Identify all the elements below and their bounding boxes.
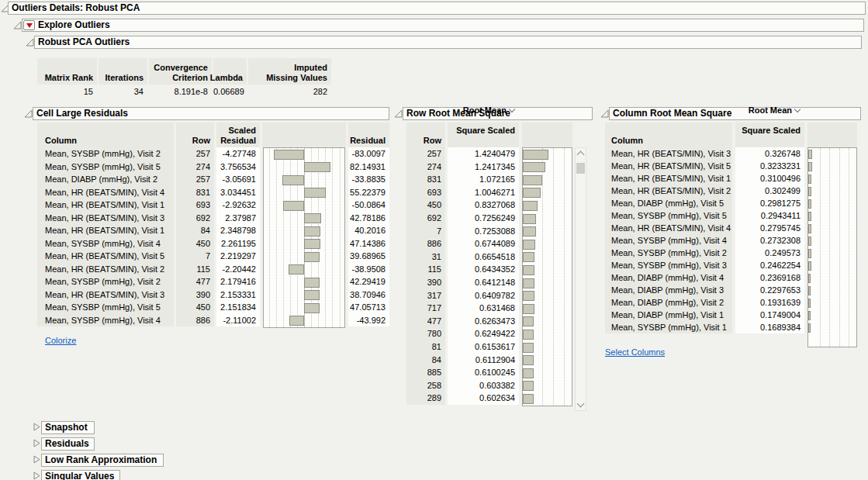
cell-column-name: Mean, SYSBP (mmHg), Visit 5 [37, 301, 174, 314]
cell-row-number: 477 [176, 275, 214, 288]
value-bar [289, 316, 304, 326]
disclosure-closed-icon[interactable] [33, 455, 41, 464]
cell-row-number: 692 [176, 212, 214, 225]
table-row[interactable]: 8860.6744089 [406, 237, 519, 250]
table-row[interactable]: 3900.6412148 [406, 276, 519, 289]
table-row[interactable]: 7170.631468 [406, 302, 519, 315]
scaled-residual-bar-chart [263, 147, 345, 328]
value-bar [523, 188, 541, 198]
cell-residual: -50.0864 [348, 199, 389, 212]
table-row[interactable]: Mean, DIABP (mmHg), Visit 50.2981275 [605, 197, 804, 209]
outline-header-outliers-details[interactable]: Outliers Details: Robust PCA [8, 2, 866, 15]
table-row[interactable]: 6931.0046271 [406, 186, 519, 199]
table-row[interactable]: 8850.6100245 [406, 366, 519, 379]
outline-header-explore-outliers[interactable]: Explore Outliers [22, 19, 864, 32]
table-row[interactable]: 840.6112904 [406, 354, 519, 367]
value-bar [523, 278, 534, 288]
table-row[interactable]: Mean, SYSBP (mmHg), Visit 50.2943411 [605, 209, 804, 222]
cell-rms-value: 0.6263473 [448, 315, 519, 328]
scroll-down-button[interactable] [576, 399, 586, 410]
table-row[interactable]: Mean, DIABP (mmHg), Visit 10.1749004 [605, 309, 804, 321]
value-bar [304, 252, 320, 262]
chart-gridline [340, 148, 341, 327]
cell-rms-value: 0.6153617 [448, 340, 519, 354]
table-row[interactable]: 310.6654518 [406, 250, 519, 264]
red-triangle-menu-button[interactable] [23, 20, 35, 30]
outline-title: Robust PCA Outliers [38, 36, 130, 48]
value-bar [304, 188, 326, 198]
outline-header-residuals[interactable]: Residuals [41, 437, 95, 451]
table-row[interactable]: 6920.7256249 [406, 212, 519, 225]
table-row[interactable]: 810.6153617 [406, 340, 519, 354]
disclosure-closed-icon[interactable] [33, 423, 41, 431]
table-row[interactable]: 4770.6263473 [406, 315, 519, 328]
sort-descending-icon[interactable] [509, 106, 515, 112]
table-row[interactable]: Mean, DIABP (mmHg), Visit 20.1931639 [605, 296, 804, 309]
value-bar [808, 299, 811, 308]
cell-residual: 55.22379 [348, 186, 389, 199]
scrollbar-thumb[interactable] [576, 163, 585, 174]
cell-scaled-residual: -2.20442 [216, 263, 260, 276]
cell-rms-value: 0.6434352 [448, 263, 519, 276]
table-row[interactable]: Mean, HR (BEATS/MIN), Visit 40.2795745 [605, 222, 804, 234]
table-row[interactable]: 4500.8327068 [406, 199, 519, 212]
disclosure-open-icon[interactable] [13, 21, 22, 29]
colorize-link[interactable]: Colorize [45, 336, 76, 345]
outline-header-column-root-mean-square[interactable]: Column Root Mean Square [609, 107, 861, 120]
value-bar [523, 355, 534, 365]
cell-column-name: Mean, HR (BEATS/MIN), Visit 5 [605, 160, 732, 172]
cell-rms-value: 0.2732308 [735, 234, 804, 247]
table-row[interactable]: 2741.2417345 [406, 161, 519, 174]
table-row[interactable]: Mean, SYSBP (mmHg), Visit 20.249573 [605, 247, 804, 259]
disclosure-open-icon[interactable] [24, 109, 33, 118]
scroll-up-button[interactable] [576, 148, 586, 159]
cell-rms-value: 0.8327068 [448, 199, 519, 212]
outline-header-low-rank-approximation[interactable]: Low Rank Approximation [41, 454, 164, 467]
column-header-root-mean-square-scaled: Root Mean Square Scaled [448, 123, 519, 147]
table-row[interactable]: Mean, DIABP (mmHg), Visit 30.2297653 [605, 284, 804, 296]
disclosure-open-icon[interactable] [394, 109, 403, 118]
table-row[interactable]: Mean, SYSBP (mmHg), Visit 40.2732308 [605, 234, 804, 247]
cell-scaled-residual: 2.261195 [216, 237, 260, 250]
sort-descending-icon[interactable] [794, 106, 801, 112]
table-row[interactable]: 2580.603382 [406, 379, 519, 392]
column-header-bar-chart [807, 123, 857, 147]
cell-scaled-residual: 2.151834 [216, 301, 260, 314]
cell-rms-value: 1.072165 [448, 173, 519, 186]
cell-row-number: 831 [176, 186, 214, 199]
table-row[interactable]: Mean, HR (BEATS/MIN), Visit 10.3100496 [605, 172, 804, 185]
outline-header-singular-values[interactable]: Singular Values [41, 470, 120, 480]
cell-scaled-residual: 3.034451 [216, 186, 260, 199]
disclosure-closed-icon[interactable] [33, 439, 41, 447]
table-row[interactable]: Mean, SYSBP (mmHg), Visit 10.1689384 [605, 321, 804, 333]
table-row[interactable]: 2571.4240479 [406, 147, 519, 161]
value-bar [808, 174, 811, 184]
value-bar [808, 249, 811, 258]
cell-rms-value: 0.1689384 [735, 321, 804, 333]
table-row[interactable]: Mean, HR (BEATS/MIN), Visit 20.302499 [605, 185, 804, 197]
outline-header-snapshot[interactable]: Snapshot [41, 421, 95, 434]
table-row[interactable]: 70.7253088 [406, 225, 519, 238]
table-row[interactable]: 3170.6409782 [406, 289, 519, 302]
disclosure-open-icon[interactable] [600, 109, 609, 118]
cell-column-name: Mean, SYSBP (mmHg), Visit 2 [605, 247, 732, 259]
table-row[interactable]: Mean, SYSBP (mmHg), Visit 30.2462254 [605, 259, 804, 271]
table-row[interactable]: 7800.6249422 [406, 327, 519, 340]
cell-rms-value: 1.2417345 [448, 161, 519, 174]
table-row[interactable]: 2890.602634 [406, 392, 519, 405]
table-row[interactable]: 1150.6434352 [406, 263, 519, 276]
outline-title: Singular Values [45, 471, 114, 480]
table-row[interactable]: Mean, HR (BEATS/MIN), Visit 50.3233231 [605, 160, 804, 172]
table-row[interactable]: 8311.072165 [406, 173, 519, 186]
vertical-scrollbar[interactable] [575, 147, 586, 411]
disclosure-open-icon[interactable] [26, 38, 34, 47]
summary-stat-value: 15 [37, 85, 97, 98]
outline-header-robust-pca-outliers[interactable]: Robust PCA Outliers [34, 36, 862, 49]
select-columns-link[interactable]: Select Columns [605, 347, 665, 357]
outline-header-cell-large-residuals[interactable]: Cell Large Residuals [33, 107, 389, 120]
table-row[interactable]: Mean, DIABP (mmHg), Visit 40.2369168 [605, 271, 804, 284]
disclosure-closed-icon[interactable] [33, 471, 41, 480]
table-row[interactable]: Mean, HR (BEATS/MIN), Visit 30.326748 [605, 147, 804, 160]
cell-row-number: 274 [406, 161, 445, 174]
cell-column-name: Mean, SYSBP (mmHg), Visit 5 [605, 209, 732, 222]
